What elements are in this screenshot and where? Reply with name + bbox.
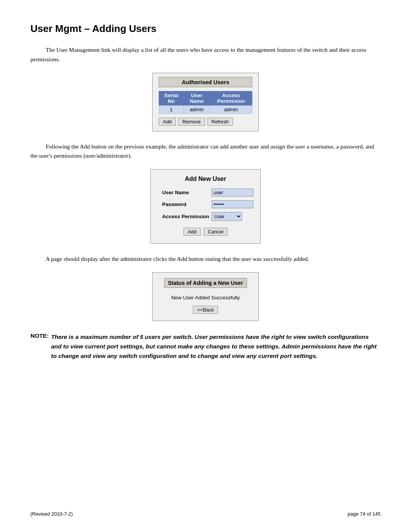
password-row: Password <box>162 200 249 208</box>
password-input[interactable] <box>212 200 253 208</box>
add-new-user-wrapper: Add New User User Name Password Access P… <box>30 169 381 244</box>
footer: (Revised 2010-7-2) page 74 of 145 <box>30 511 381 517</box>
add-new-user-button[interactable]: Add <box>183 228 201 236</box>
add-user-paragraph: Following the Add button on the previous… <box>30 142 381 161</box>
add-button[interactable]: Add <box>159 118 176 126</box>
username-label: User Name <box>162 190 212 195</box>
note-text: There is a maximum number of 5 users per… <box>51 332 381 361</box>
status-title: Status of Adding a New User <box>164 278 247 288</box>
permission-label: Access Permission <box>162 214 212 219</box>
cell-permission: admin <box>210 105 252 113</box>
auth-buttons-row: Add Remove Refresh <box>159 118 252 126</box>
add-user-buttons: Add Cancel <box>162 228 249 236</box>
cell-serial: 1 <box>159 105 184 113</box>
footer-page: page 74 of 145 <box>347 511 381 517</box>
status-paragraph: A page should display after the administ… <box>30 254 381 264</box>
status-panel: Status of Adding a New User New User Add… <box>152 272 259 321</box>
refresh-button[interactable]: Refresh <box>207 118 233 126</box>
username-input[interactable] <box>212 189 253 197</box>
col-username: User Name <box>184 91 210 105</box>
footer-revised: (Revised 2010-7-2) <box>30 511 73 517</box>
status-btn-row: <<Back <box>164 306 247 314</box>
status-wrapper: Status of Adding a New User New User Add… <box>30 272 381 321</box>
note-section: NOTE: There is a maximum number of 5 use… <box>30 332 381 361</box>
add-user-title: Add New User <box>162 176 249 182</box>
page-title: User Mgmt – Adding Users <box>30 23 381 35</box>
authorised-users-title: Authorised Users <box>159 77 252 87</box>
password-label: Password <box>162 201 212 207</box>
add-new-user-panel: Add New User User Name Password Access P… <box>150 169 261 244</box>
table-row: 1 admin admin <box>159 105 252 113</box>
cancel-button[interactable]: Cancel <box>204 228 227 236</box>
intro-paragraph: The User Management link will display a … <box>30 45 381 64</box>
username-row: User Name <box>162 189 249 197</box>
cell-username: admin <box>184 105 210 113</box>
status-message: New User Added Successfully <box>164 295 247 300</box>
permission-select[interactable]: User Admin <box>212 212 242 221</box>
authorised-users-table: Serial No User Name Access Permission 1 … <box>159 91 252 114</box>
back-button[interactable]: <<Back <box>193 306 218 314</box>
note-label: NOTE: <box>30 332 49 339</box>
permission-row: Access Permission User Admin <box>162 212 249 221</box>
col-permission: Access Permission <box>210 91 252 105</box>
remove-button[interactable]: Remove <box>178 118 205 126</box>
authorised-users-panel: Authorised Users Serial No User Name Acc… <box>152 73 259 131</box>
authorised-users-wrapper: Authorised Users Serial No User Name Acc… <box>30 73 381 131</box>
col-serial: Serial No <box>159 91 184 105</box>
